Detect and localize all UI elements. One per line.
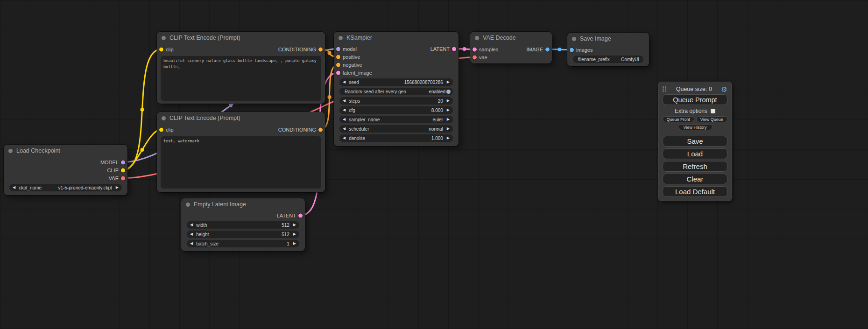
collapse-dot-icon[interactable] xyxy=(572,37,576,41)
prev-value-arrow-icon[interactable]: ◀ xyxy=(13,186,15,189)
node-title-bar[interactable]: Load Checkpoint xyxy=(4,145,127,157)
node-load-checkpoint[interactable]: Load Checkpoint MODEL CLIP VAE ◀ ckpt_na… xyxy=(4,145,127,195)
prev-value-arrow-icon[interactable]: ◀ xyxy=(343,118,346,121)
latent-output-dot[interactable] xyxy=(452,47,456,51)
queue-prompt-button[interactable]: Queue Prompt xyxy=(663,94,727,105)
slot-row: clip CONDITIONING xyxy=(157,126,325,133)
slot-label: model xyxy=(343,46,357,52)
next-value-arrow-icon[interactable]: ▶ xyxy=(116,186,119,189)
history-row: View History xyxy=(663,124,727,134)
next-value-arrow-icon[interactable]: ▶ xyxy=(447,127,450,131)
node-title: CLIP Text Encode (Prompt) xyxy=(169,35,240,41)
node-vae-decode[interactable]: VAE Decode samples IMAGE vae xyxy=(470,32,552,63)
output-slot-latent: LATENT xyxy=(181,211,305,219)
increment-arrow-icon[interactable]: ▶ xyxy=(447,99,450,103)
decrement-arrow-icon[interactable]: ◀ xyxy=(190,242,193,245)
node-title-bar[interactable]: KSampler xyxy=(334,32,459,44)
toggle-indicator-dot[interactable] xyxy=(446,90,451,94)
node-title-bar[interactable]: VAE Decode xyxy=(470,32,552,44)
decrement-arrow-icon[interactable]: ◀ xyxy=(343,80,346,84)
filename-prefix-widget[interactable]: filename_prefix ComfyUI xyxy=(573,56,643,63)
model-output-dot[interactable] xyxy=(121,160,125,164)
node-ksampler[interactable]: KSampler model LATENT positive negative … xyxy=(334,32,459,146)
scheduler-widget[interactable]: ◀ scheduler normal ▶ xyxy=(339,125,453,133)
node-title-bar[interactable]: CLIP Text Encode (Prompt) xyxy=(157,32,325,44)
slot-label: CONDITIONING xyxy=(278,127,316,133)
increment-arrow-icon[interactable]: ▶ xyxy=(447,80,450,84)
slot-row: samples IMAGE xyxy=(470,45,552,53)
steps-widget[interactable]: ◀ steps 20 ▶ xyxy=(339,97,453,105)
drag-handle-icon[interactable] xyxy=(663,86,667,92)
node-title-bar[interactable]: Save Image xyxy=(567,33,649,45)
width-widget[interactable]: ◀ width 512 ▶ xyxy=(187,221,299,229)
image-output-dot[interactable] xyxy=(545,47,550,51)
height-widget[interactable]: ◀ height 512 ▶ xyxy=(187,231,299,238)
decrement-arrow-icon[interactable]: ◀ xyxy=(343,99,346,103)
batch-size-widget[interactable]: ◀ batch_size 1 ▶ xyxy=(187,240,299,247)
decrement-arrow-icon[interactable]: ◀ xyxy=(190,223,193,227)
clip-output-dot[interactable] xyxy=(121,168,125,172)
vae-output-dot[interactable] xyxy=(121,176,125,180)
node-save-image[interactable]: Save Image images filename_prefix ComfyU… xyxy=(567,33,649,66)
seed-widget[interactable]: ◀ seed 156680208700286 ▶ xyxy=(339,78,453,86)
clear-button[interactable]: Clear xyxy=(663,174,727,184)
node-clip-text-encode-positive[interactable]: CLIP Text Encode (Prompt) clip CONDITION… xyxy=(157,32,325,104)
conditioning-output-dot[interactable] xyxy=(318,47,323,51)
node-title-bar[interactable]: CLIP Text Encode (Prompt) xyxy=(157,112,325,124)
cfg-widget[interactable]: ◀ cfg 8.000 ▶ xyxy=(339,106,453,114)
widget-value: normal xyxy=(429,126,443,132)
samples-input-dot[interactable] xyxy=(473,47,477,51)
increment-arrow-icon[interactable]: ▶ xyxy=(293,223,296,227)
decrement-arrow-icon[interactable]: ◀ xyxy=(343,136,346,140)
negative-input-dot[interactable] xyxy=(336,63,340,67)
collapse-dot-icon[interactable] xyxy=(8,149,13,153)
view-history-button[interactable]: View History xyxy=(678,124,713,130)
collapse-dot-icon[interactable] xyxy=(162,116,166,120)
denoise-widget[interactable]: ◀ denoise 1.000 ▶ xyxy=(339,134,453,142)
decrement-arrow-icon[interactable]: ◀ xyxy=(343,108,346,112)
node-title: VAE Decode xyxy=(483,35,516,41)
vae-input-dot[interactable] xyxy=(473,55,477,59)
widget-label: sampler_name xyxy=(349,117,432,122)
node-title-bar[interactable]: Empty Latent Image xyxy=(181,198,305,210)
increment-arrow-icon[interactable]: ▶ xyxy=(447,108,450,112)
latent-image-input-dot[interactable] xyxy=(336,70,340,75)
prev-value-arrow-icon[interactable]: ◀ xyxy=(343,127,346,131)
load-button[interactable]: Load xyxy=(663,148,727,159)
widget-label: filename_prefix xyxy=(578,57,621,62)
save-button[interactable]: Save xyxy=(663,136,727,147)
prompt-textarea[interactable]: text, watermark xyxy=(161,136,321,189)
sampler-name-widget[interactable]: ◀ sampler_name euler ▶ xyxy=(339,116,453,123)
increment-arrow-icon[interactable]: ▶ xyxy=(447,136,450,140)
ckpt-name-widget[interactable]: ◀ ckpt_name v1-5-pruned-emaonly.ckpt ▶ xyxy=(9,184,122,191)
random-seed-toggle-widget[interactable]: Random seed after every gen enabled xyxy=(339,88,453,95)
node-empty-latent-image[interactable]: Empty Latent Image LATENT ◀ width 512 ▶ … xyxy=(181,198,305,251)
collapse-dot-icon[interactable] xyxy=(186,203,190,207)
collapse-dot-icon[interactable] xyxy=(475,36,479,40)
queue-panel[interactable]: Queue size: 0 ⚙ Queue Prompt Extra optio… xyxy=(658,82,732,201)
prompt-textarea[interactable]: beautiful scenery nature glass bottle la… xyxy=(161,56,321,101)
queue-panel-header: Queue size: 0 ⚙ xyxy=(663,85,727,93)
increment-arrow-icon[interactable]: ▶ xyxy=(293,242,296,245)
latent-output-dot[interactable] xyxy=(298,213,303,217)
positive-input-dot[interactable] xyxy=(336,55,340,59)
images-input-dot[interactable] xyxy=(570,48,574,52)
model-input-dot[interactable] xyxy=(336,47,340,51)
extra-options-checkbox[interactable] xyxy=(711,109,715,113)
conditioning-output-dot[interactable] xyxy=(318,127,323,132)
clip-input-dot[interactable] xyxy=(159,127,163,132)
view-queue-button[interactable]: View Queue xyxy=(696,116,728,122)
increment-arrow-icon[interactable]: ▶ xyxy=(293,232,296,236)
next-value-arrow-icon[interactable]: ▶ xyxy=(447,118,450,121)
slot-label: MODEL xyxy=(100,160,119,165)
refresh-button[interactable]: Refresh xyxy=(663,161,727,172)
collapse-dot-icon[interactable] xyxy=(162,36,166,40)
settings-gear-icon[interactable]: ⚙ xyxy=(721,86,727,93)
node-clip-text-encode-negative[interactable]: CLIP Text Encode (Prompt) clip CONDITION… xyxy=(157,112,325,192)
queue-front-button[interactable]: Queue Front xyxy=(663,116,694,122)
collapse-dot-icon[interactable] xyxy=(339,36,343,40)
widget-value: 1 xyxy=(287,241,289,246)
load-default-button[interactable]: Load Default xyxy=(663,186,727,197)
clip-input-dot[interactable] xyxy=(159,47,163,51)
decrement-arrow-icon[interactable]: ◀ xyxy=(190,232,193,236)
